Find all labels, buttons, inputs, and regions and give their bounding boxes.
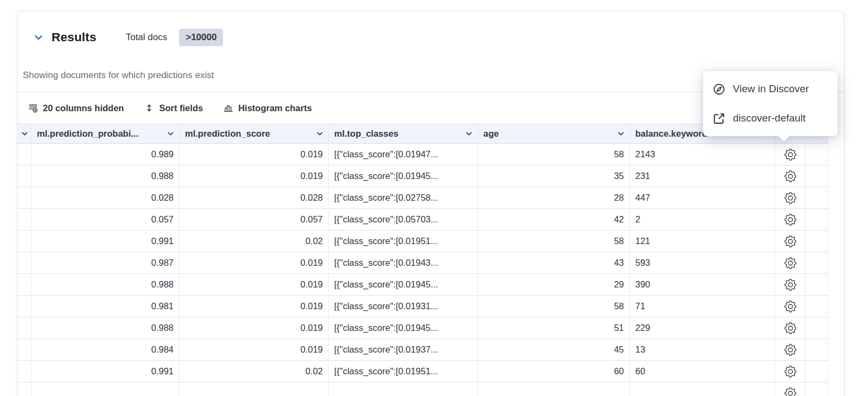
cell-ml-top-classes[interactable]: [{"class_score":[0.01943... [329,252,478,273]
cell-age[interactable]: 58 [478,144,630,165]
discover-default-item[interactable]: discover-default [713,111,828,125]
cell-ml-top-classes[interactable]: [{"class_score":[0.05703... [329,209,478,230]
cell-age[interactable]: 60 [478,361,630,382]
gear-icon [784,322,796,334]
cell-ml-prediction-probabi[interactable]: 0.991 [31,231,180,252]
cell-ml-prediction-score[interactable]: 0.02 [180,231,329,252]
cell-balance-keyword[interactable]: 390 [630,274,775,295]
cell-ml-prediction-score[interactable]: 0.02 [180,361,329,382]
cell-balance-keyword[interactable]: 447 [630,187,775,208]
row-settings-button[interactable] [784,257,796,269]
cell-ml-prediction-score[interactable]: 0.019 [180,274,329,295]
cell-age[interactable]: 29 [478,274,630,295]
row-settings-button[interactable] [784,214,796,226]
cell-age[interactable]: 51 [478,317,630,338]
row-settings-button[interactable] [784,344,796,356]
cell-balance-keyword[interactable]: 121 [630,231,775,252]
row-settings-cell [775,274,806,295]
cell-age[interactable]: 43 [478,252,630,273]
cell-ml-prediction-score[interactable]: 0.019 [180,317,329,338]
table-row: 0.0280.028[{"class_score":[0.02758...284… [18,187,828,209]
cell-balance-keyword[interactable]: 71 [630,296,775,317]
row-settings-button[interactable] [784,170,796,182]
cell-age[interactable]: 45 [478,339,630,360]
chevron-down-icon [167,130,175,138]
row-settings-button[interactable] [784,149,796,161]
grid-filler-cell [806,361,828,382]
gear-icon [784,149,796,161]
cell-ml-prediction-probabi[interactable]: 0.989 [31,144,180,165]
cell-ml-prediction-probabi[interactable]: 0.991 [31,361,180,382]
view-in-discover-item[interactable]: View in Discover [713,82,828,96]
columns-hidden-button[interactable]: 20 columns hidden [28,103,124,113]
cell-age[interactable]: 58 [478,296,630,317]
cell-ml-top-classes[interactable]: [{"class_score":[0.01951... [329,361,478,382]
table-row: 0.9880.019[{"class_score":[0.01945...352… [18,165,828,187]
cell-balance-keyword[interactable]: 2 [630,209,775,230]
column-header-ml-prediction-score[interactable]: ml.prediction_score [180,124,329,143]
cell-ml-top-classes[interactable]: [{"class_score":[0.01945... [329,274,478,295]
cell-ml-prediction-probabi[interactable]: 0.981 [31,296,180,317]
cell-balance-keyword[interactable]: 231 [630,165,775,187]
gear-icon [784,170,796,182]
cell-ml-top-classes[interactable]: [{"class_score":[0.01945... [329,317,478,338]
cell-ml-prediction-score[interactable]: 0.019 [180,252,329,273]
cell-ml-prediction-probabi[interactable] [31,382,180,396]
cell-balance-keyword[interactable] [630,382,775,396]
row-actions-popover: View in Discover discover-default [703,71,838,136]
grid-filler-cell [806,274,828,295]
row-settings-cell [775,165,806,187]
cell-balance-keyword[interactable]: 593 [630,252,775,273]
row-leading-cell [18,165,31,187]
section-collapse-button[interactable] [33,32,44,43]
row-settings-button[interactable] [784,322,796,334]
column-header-ml-prediction-probabi[interactable]: ml.prediction_probabi... [31,124,180,143]
cell-balance-keyword[interactable]: 13 [630,339,775,360]
cell-ml-prediction-score[interactable]: 0.019 [180,339,329,360]
cell-ml-prediction-score[interactable]: 0.019 [180,296,329,317]
cell-ml-top-classes[interactable] [329,382,478,396]
cell-age[interactable]: 28 [478,187,630,208]
cell-age[interactable]: 35 [478,165,630,187]
row-leading-cell [18,382,31,396]
sort-fields-button[interactable]: Sort fields [144,103,203,113]
cell-balance-keyword[interactable]: 229 [630,317,775,338]
cell-ml-prediction-probabi[interactable]: 0.988 [31,274,180,295]
row-settings-cell [775,252,806,273]
cell-ml-prediction-score[interactable]: 0.019 [180,165,329,187]
histogram-charts-button[interactable]: Histogram charts [224,103,312,113]
row-settings-button[interactable] [784,301,796,312]
row-settings-button[interactable] [784,192,796,204]
cell-age[interactable] [478,382,630,396]
cell-ml-prediction-score[interactable]: 0.019 [180,144,329,165]
grid-filler-cell [806,187,828,208]
row-settings-button[interactable] [784,387,796,396]
row-settings-button[interactable] [784,366,796,378]
cell-balance-keyword[interactable]: 2143 [630,144,775,165]
cell-ml-prediction-probabi[interactable]: 0.988 [31,165,180,187]
cell-ml-prediction-score[interactable] [180,382,329,396]
column-header-age[interactable]: age [478,124,630,143]
cell-ml-top-classes[interactable]: [{"class_score":[0.01945... [329,165,478,187]
cell-ml-prediction-probabi[interactable]: 0.028 [31,187,180,208]
cell-ml-prediction-score[interactable]: 0.057 [180,209,329,230]
histogram-icon [224,103,233,113]
cell-ml-top-classes[interactable]: [{"class_score":[0.02758... [329,187,478,208]
cell-ml-prediction-probabi[interactable]: 0.057 [31,209,180,230]
cell-ml-prediction-probabi[interactable]: 0.988 [31,317,180,338]
cell-ml-top-classes[interactable]: [{"class_score":[0.01947... [329,144,478,165]
cell-balance-keyword[interactable]: 60 [630,361,775,382]
column-header-ml-top-classes[interactable]: ml.top_classes [329,124,478,143]
cell-ml-top-classes[interactable]: [{"class_score":[0.01937... [329,339,478,360]
select-column-header[interactable] [18,124,31,143]
cell-age[interactable]: 42 [478,209,630,230]
row-settings-button[interactable] [784,279,796,291]
section-title: Results [52,30,97,44]
row-settings-button[interactable] [784,235,796,247]
cell-ml-prediction-score[interactable]: 0.028 [180,187,329,208]
cell-ml-prediction-probabi[interactable]: 0.987 [31,252,180,273]
cell-age[interactable]: 58 [478,231,630,252]
cell-ml-top-classes[interactable]: [{"class_score":[0.01931... [329,296,478,317]
cell-ml-top-classes[interactable]: [{"class_score":[0.01951... [329,231,478,252]
cell-ml-prediction-probabi[interactable]: 0.984 [31,339,180,360]
